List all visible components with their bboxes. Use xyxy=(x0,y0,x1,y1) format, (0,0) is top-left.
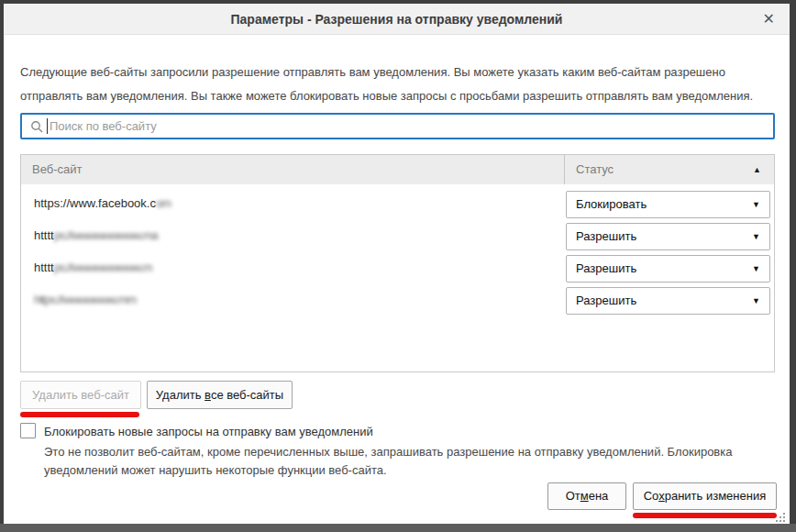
close-icon[interactable]: ✕ xyxy=(763,4,775,35)
site-url: httttps://wwwwwwwww.m xyxy=(34,260,151,274)
block-new-requests-checkbox[interactable] xyxy=(20,423,36,438)
sort-ascending-icon[interactable]: ▲ xyxy=(753,155,761,184)
status-dropdown-value: Разрешить xyxy=(576,256,636,282)
dialog-title: Параметры - Разрешения на отправку уведо… xyxy=(4,4,790,35)
save-pre: Со xyxy=(644,489,658,503)
status-dropdown[interactable]: Разрешить ▼ xyxy=(566,223,770,250)
remove-all-sites-button[interactable]: Удалить все веб-сайты xyxy=(147,381,293,409)
save-changes-button[interactable]: Сохранить изменения xyxy=(633,482,777,510)
site-url: https://wwwwwww.mm xyxy=(34,293,136,306)
search-box[interactable] xyxy=(20,113,775,139)
block-new-requests-description: Это не позволит веб-сайтам, кроме перечи… xyxy=(44,443,778,480)
column-header-status-label: Статус xyxy=(576,162,614,176)
cancel-pre: От xyxy=(566,489,580,503)
table-row[interactable]: httttps://wwwwwwwww.m Разрешить ▼ xyxy=(21,252,774,284)
save-post: ранить изменения xyxy=(665,489,767,503)
chevron-down-icon: ▼ xyxy=(752,256,760,282)
search-icon xyxy=(30,120,43,133)
status-dropdown[interactable]: Разрешить ▼ xyxy=(566,255,770,283)
notification-permissions-dialog: Параметры - Разрешения на отправку уведо… xyxy=(4,4,790,524)
block-new-requests-label: Блокировать новые запросы на отправку ва… xyxy=(44,425,373,438)
chevron-down-icon: ▼ xyxy=(752,288,760,314)
column-header-status[interactable]: Статус ▲ xyxy=(564,155,774,184)
status-dropdown-value: Блокировать xyxy=(576,192,647,217)
text-caret xyxy=(47,118,48,134)
status-dropdown[interactable]: Разрешить ▼ xyxy=(566,287,770,315)
table-row[interactable]: https://www.facebook.com Блокировать ▼ xyxy=(21,188,774,220)
remove-all-post: се веб-сайты xyxy=(211,388,283,402)
chevron-down-icon: ▼ xyxy=(752,224,760,249)
chevron-down-icon: ▼ xyxy=(752,192,760,217)
cancel-accesskey: м xyxy=(580,489,589,503)
sites-table: Веб-сайт Статус ▲ https://www.facebook.c… xyxy=(20,154,775,372)
site-url-blurred: om xyxy=(156,196,171,210)
table-header: Веб-сайт Статус ▲ xyxy=(21,155,774,184)
column-header-site[interactable]: Веб-сайт xyxy=(21,155,564,184)
intro-text: Следующие веб-сайты запросили разрешение… xyxy=(20,61,774,108)
site-url-blurred: https://wwwwwww.mm xyxy=(34,293,136,306)
remove-all-accesskey: в xyxy=(205,388,211,402)
status-dropdown[interactable]: Блокировать ▼ xyxy=(566,191,770,218)
remove-all-pre: Удалить xyxy=(156,388,205,402)
site-url-clear: htttt xyxy=(34,260,54,274)
site-url-clear: https://www.facebook.c xyxy=(34,196,156,210)
cancel-post: ена xyxy=(589,489,609,503)
cancel-button[interactable]: Отмена xyxy=(547,482,626,510)
search-input[interactable] xyxy=(50,115,765,138)
table-row[interactable]: https://wwwwwww.mm Разрешить ▼ xyxy=(21,284,774,316)
site-url-blurred: ps://wwwwwwwww.m xyxy=(54,260,152,274)
red-underline-annotation xyxy=(20,412,139,417)
remove-site-button[interactable]: Удалить веб-сайт xyxy=(20,381,141,409)
window-bottom-edge xyxy=(0,524,796,532)
site-url-blurred: ps://wwwwwwwww.ma xyxy=(54,228,158,242)
red-underline-annotation xyxy=(633,513,777,518)
site-url: https://www.facebook.com xyxy=(34,196,171,210)
status-dropdown-value: Разрешить xyxy=(576,224,636,249)
table-row[interactable]: httttps://wwwwwwwww.ma Разрешить ▼ xyxy=(21,220,774,252)
dialog-titlebar: Параметры - Разрешения на отправку уведо… xyxy=(4,4,790,35)
site-url: httttps://wwwwwwwww.ma xyxy=(34,228,158,242)
status-dropdown-value: Разрешить xyxy=(576,288,636,314)
site-url-clear: htttt xyxy=(34,228,54,242)
resize-grip[interactable] xyxy=(775,512,785,522)
